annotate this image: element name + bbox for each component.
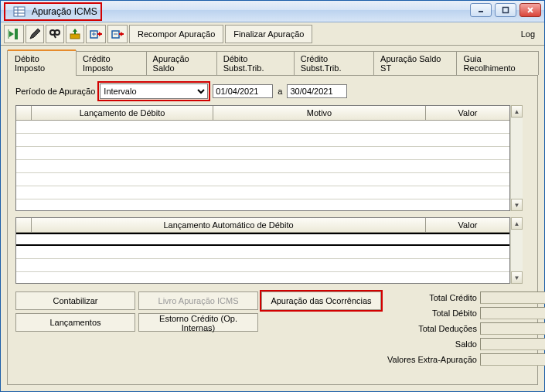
title-highlight: Apuração ICMS [4, 2, 102, 21]
total-deducoes-label: Total Deduções [387, 324, 477, 333]
log-link[interactable]: Log [521, 29, 541, 39]
finalizar-label: Finalizar Apuração [233, 29, 304, 39]
col-valor-auto[interactable]: Valor [426, 218, 509, 232]
finalizar-button[interactable]: Finalizar Apuração [225, 25, 312, 43]
period-mode-select[interactable]: Intervalo [100, 84, 208, 99]
scroll-up-icon[interactable]: ▲ [511, 105, 523, 118]
livro-button[interactable]: Livro Apuração ICMS [138, 291, 258, 310]
saldo-label: Saldo [387, 339, 477, 349]
tab-credito-subst[interactable]: Crédito Subst.Trib. [294, 51, 374, 75]
lancamentos-button[interactable]: Lançamentos [15, 313, 135, 332]
period-separator: a [278, 87, 282, 96]
svg-rect-8 [15, 29, 18, 39]
debit-grid[interactable]: Lançamento de Débito Motivo Valor [15, 105, 510, 211]
tab-apuracao-saldo-st[interactable]: Apuração Saldo ST [373, 51, 457, 75]
tab-apuracao-saldo[interactable]: Apuração Saldo [146, 51, 217, 75]
bottom-area: Contabilizar Livro Apuração ICMS Apuraçã… [15, 291, 530, 366]
debit-grid-header: Lançamento de Débito Motivo Valor [16, 106, 509, 121]
total-credito-value [480, 291, 545, 304]
extra-label: Valores Extra-Apuração [387, 355, 477, 364]
search-button[interactable] [46, 25, 64, 43]
total-debito-label: Total Débito [387, 308, 477, 318]
app-window: Apuração ICMS [0, 0, 545, 392]
svg-rect-0 [14, 7, 25, 16]
period-mode-highlight: Intervalo [100, 84, 208, 99]
debit-grid-scrollbar[interactable]: ▲ ▼ [510, 105, 523, 211]
edit-button[interactable] [26, 25, 44, 43]
window-buttons [470, 3, 541, 17]
action-buttons: Contabilizar Livro Apuração ICMS Apuraçã… [15, 291, 381, 332]
col-lancamento-auto[interactable]: Lançamento Automático de Débito [32, 218, 426, 232]
svg-marker-11 [30, 29, 40, 39]
svg-marker-16 [73, 29, 77, 34]
svg-marker-25 [121, 32, 124, 36]
tab-strip: Débito Imposto Crédito Imposto Apuração … [1, 46, 544, 75]
auto-debit-grid-scrollbar[interactable]: ▲ ▼ [510, 217, 523, 284]
tab-debito-imposto[interactable]: Débito Imposto [7, 50, 77, 76]
title-bar: Apuração ICMS [1, 1, 544, 22]
scroll-down-icon[interactable]: ▼ [511, 271, 523, 284]
auto-debit-grid-body[interactable] [16, 233, 509, 283]
totals-panel: Total Crédito Total Débito Total Deduçõe… [387, 291, 545, 366]
svg-rect-15 [70, 34, 80, 39]
svg-point-13 [55, 30, 60, 35]
close-button[interactable] [519, 3, 541, 17]
auto-debit-grid-header: Lançamento Automático de Débito Valor [16, 218, 509, 233]
contabilizar-button[interactable]: Contabilizar [15, 291, 135, 310]
svg-rect-5 [503, 8, 509, 13]
export-button[interactable] [66, 25, 84, 43]
extra-value [480, 353, 545, 366]
app-icon [13, 5, 26, 18]
svg-line-14 [54, 35, 56, 38]
period-label: Período de Apuração [15, 87, 95, 96]
period-row: Período de Apuração Intervalo a [15, 84, 530, 99]
estorno-button[interactable]: Estorno Crédito (Op. Internas) [138, 313, 258, 332]
svg-marker-9 [9, 31, 14, 37]
remove-button[interactable] [107, 25, 128, 43]
total-deducoes-value [480, 322, 545, 335]
scroll-up-icon[interactable]: ▲ [511, 217, 523, 230]
maximize-button[interactable] [495, 3, 516, 17]
col-lancamento-debito[interactable]: Lançamento de Débito [32, 106, 213, 120]
tab-debito-subst[interactable]: Débito Subst.Trib. [216, 51, 295, 75]
tab-guia-recolhimento[interactable]: Guia Recolhimento [456, 51, 539, 75]
period-from-input[interactable] [213, 84, 273, 98]
auto-debit-grid[interactable]: Lançamento Automático de Débito Valor [15, 217, 510, 284]
col-valor[interactable]: Valor [426, 106, 509, 120]
svg-marker-19 [99, 32, 102, 36]
back-exit-button[interactable] [4, 25, 24, 43]
toolbar: Recompor Apuração Finalizar Apuração Log [1, 22, 544, 46]
col-motivo[interactable]: Motivo [213, 106, 426, 120]
ocorrencias-button[interactable]: Apuração das Ocorrências [261, 291, 381, 310]
saldo-value [480, 338, 545, 350]
add-button[interactable] [86, 25, 106, 43]
recompor-button[interactable]: Recompor Apuração [129, 25, 223, 43]
minimize-button[interactable] [470, 3, 492, 17]
total-debito-value [480, 307, 545, 319]
tab-panel: Período de Apuração Intervalo a Lançamen… [7, 75, 538, 385]
recompor-label: Recompor Apuração [138, 29, 215, 39]
debit-grid-body[interactable] [16, 121, 509, 210]
total-credito-label: Total Crédito [387, 293, 477, 302]
period-to-input[interactable] [287, 84, 347, 98]
window-title: Apuração ICMS [32, 6, 97, 17]
tab-credito-imposto[interactable]: Crédito Imposto [76, 51, 147, 75]
scroll-down-icon[interactable]: ▼ [511, 199, 523, 211]
